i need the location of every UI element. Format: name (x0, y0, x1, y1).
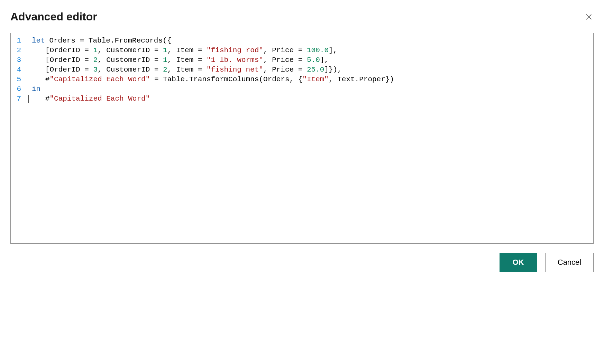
code-line[interactable]: 2 [OrderID = 1, CustomerID = 1, Item = "… (11, 46, 593, 55)
code-line[interactable]: 7 #"Capitalized Each Word" (11, 94, 593, 104)
close-icon (585, 13, 593, 21)
line-number: 6 (11, 84, 27, 94)
code-content[interactable]: [OrderID = 3, CustomerID = 2, Item = "fi… (28, 65, 593, 75)
code-content[interactable]: in (27, 84, 593, 94)
line-number: 2 (11, 46, 27, 55)
code-line[interactable]: 1let Orders = Table.FromRecords({ (11, 36, 593, 46)
code-content[interactable]: #"Capitalized Each Word" (28, 94, 593, 104)
code-content[interactable]: let Orders = Table.FromRecords({ (27, 36, 593, 46)
line-number: 3 (11, 55, 27, 65)
code-content[interactable]: #"Capitalized Each Word" = Table.Transfo… (28, 75, 593, 84)
ok-button[interactable]: OK (500, 253, 537, 272)
dialog-footer: OK Cancel (10, 253, 594, 272)
code-line[interactable]: 4 [OrderID = 3, CustomerID = 2, Item = "… (11, 65, 593, 75)
code-line[interactable]: 3 [OrderID = 2, CustomerID = 1, Item = "… (11, 55, 593, 65)
line-number: 1 (11, 36, 27, 46)
cancel-button[interactable]: Cancel (545, 253, 594, 272)
dialog-header: Advanced editor (10, 10, 594, 23)
line-number: 5 (11, 75, 27, 84)
line-number: 7 (11, 94, 27, 104)
code-content[interactable]: [OrderID = 1, CustomerID = 1, Item = "fi… (28, 46, 593, 55)
code-editor[interactable]: 1let Orders = Table.FromRecords({2 [Orde… (10, 33, 594, 244)
close-button[interactable] (584, 12, 594, 22)
code-line[interactable]: 6in (11, 84, 593, 94)
code-line[interactable]: 5 #"Capitalized Each Word" = Table.Trans… (11, 75, 593, 84)
line-number: 4 (11, 65, 27, 75)
code-content[interactable]: [OrderID = 2, CustomerID = 1, Item = "1 … (28, 55, 593, 65)
dialog-title: Advanced editor (10, 10, 97, 23)
